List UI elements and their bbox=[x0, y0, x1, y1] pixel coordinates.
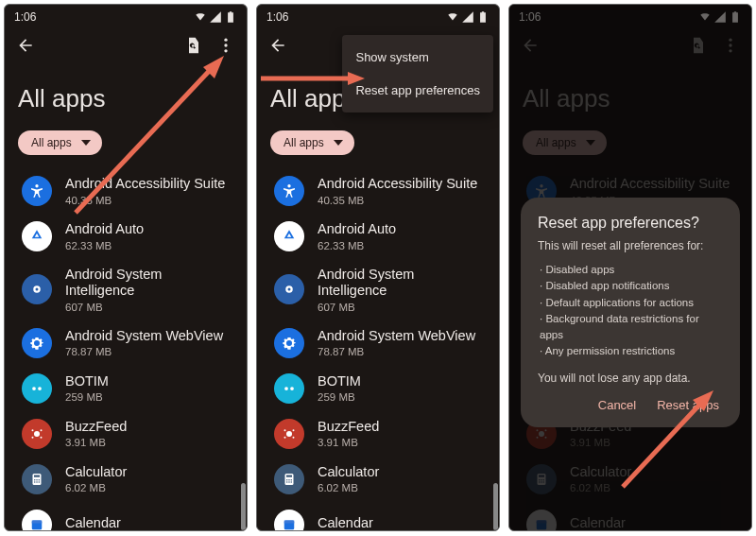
app-row[interactable]: BOTIM259 MB bbox=[9, 366, 247, 411]
svg-point-8 bbox=[34, 431, 40, 437]
app-name: BuzzFeed bbox=[65, 419, 127, 435]
back-arrow-icon bbox=[16, 36, 35, 55]
app-name: Android System Intelligence bbox=[65, 267, 233, 300]
app-name: BuzzFeed bbox=[318, 419, 379, 435]
app-row[interactable]: Calendar bbox=[261, 502, 499, 531]
app-icon bbox=[274, 510, 304, 531]
app-row[interactable]: Calculator6.02 MB bbox=[9, 457, 247, 502]
app-row[interactable]: BOTIM259 MB bbox=[261, 366, 499, 411]
cancel-button[interactable]: Cancel bbox=[598, 398, 636, 412]
svg-rect-14 bbox=[34, 475, 40, 476]
caret-down-icon bbox=[81, 138, 91, 147]
svg-point-9 bbox=[32, 429, 34, 431]
screenshot-1: 1:06 All apps All apps Android Access bbox=[4, 4, 248, 531]
menu-show-system[interactable]: Show system bbox=[342, 41, 493, 74]
app-name: Calendar bbox=[318, 515, 373, 531]
dialog-title: Reset app preferences? bbox=[538, 215, 723, 232]
wifi-icon bbox=[194, 10, 207, 24]
scrollbar-thumb[interactable] bbox=[241, 483, 246, 530]
app-row[interactable]: Android System WebView78.87 MB bbox=[261, 320, 499, 366]
app-icon bbox=[22, 221, 52, 251]
page-title: All apps bbox=[5, 61, 247, 130]
app-size: 3.91 MB bbox=[318, 437, 379, 448]
svg-point-30 bbox=[286, 431, 292, 437]
svg-rect-22 bbox=[32, 520, 43, 523]
clock: 1:06 bbox=[266, 10, 288, 24]
app-size: 62.33 MB bbox=[318, 240, 396, 251]
app-row[interactable]: Android System Intelligence607 MB bbox=[9, 259, 247, 320]
signal-icon bbox=[461, 10, 474, 24]
svg-point-20 bbox=[39, 481, 41, 483]
svg-point-41 bbox=[288, 481, 290, 483]
app-icon bbox=[274, 419, 304, 449]
app-size: 78.87 MB bbox=[65, 346, 223, 357]
dialog-subtitle: This will reset all preferences for: bbox=[538, 239, 723, 252]
app-icon bbox=[274, 274, 304, 304]
app-icon bbox=[22, 176, 52, 206]
svg-point-7 bbox=[38, 387, 42, 390]
svg-rect-44 bbox=[284, 520, 295, 523]
svg-point-33 bbox=[284, 437, 286, 439]
app-size: 607 MB bbox=[65, 302, 233, 313]
app-row[interactable]: Android System Intelligence607 MB bbox=[261, 259, 499, 320]
app-icon bbox=[274, 373, 304, 404]
app-name: Android System Intelligence bbox=[318, 267, 486, 300]
app-icon bbox=[22, 373, 52, 404]
app-size: 607 MB bbox=[318, 302, 486, 313]
app-size: 40.35 MB bbox=[65, 195, 225, 206]
more-vert-icon bbox=[216, 36, 235, 55]
dialog-list-item: Default applications for actions bbox=[540, 295, 723, 311]
svg-point-0 bbox=[224, 39, 227, 42]
app-icon bbox=[274, 221, 304, 251]
signal-icon bbox=[209, 10, 222, 24]
svg-point-3 bbox=[35, 184, 38, 187]
filter-chip[interactable]: All apps bbox=[270, 130, 354, 155]
app-row[interactable]: Calendar bbox=[9, 502, 247, 531]
battery-icon bbox=[476, 10, 490, 24]
app-row[interactable]: BuzzFeed3.91 MB bbox=[9, 411, 247, 457]
app-name: Android System WebView bbox=[65, 328, 223, 344]
app-row[interactable]: Android Auto62.33 MB bbox=[9, 214, 247, 259]
dialog-list-item: Disabled apps bbox=[540, 262, 723, 278]
dialog-list-item: Disabled app notifications bbox=[540, 278, 723, 294]
app-size: 40.35 MB bbox=[318, 195, 477, 206]
app-list: Android Accessibility Suite40.35 MBAndro… bbox=[5, 168, 247, 531]
app-row[interactable]: Calculator6.02 MB bbox=[261, 457, 499, 502]
reset-apps-button[interactable]: Reset apps bbox=[657, 398, 719, 412]
scrollbar-thumb[interactable] bbox=[493, 483, 498, 530]
app-icon bbox=[22, 464, 52, 494]
svg-point-16 bbox=[36, 479, 38, 481]
svg-point-28 bbox=[284, 387, 288, 390]
dialog-list-item: Background data restrictions for apps bbox=[540, 311, 723, 344]
app-name: Calendar bbox=[65, 515, 121, 531]
back-arrow-icon bbox=[268, 36, 287, 55]
app-row[interactable]: Android Accessibility Suite40.35 MB bbox=[261, 168, 499, 214]
svg-point-17 bbox=[39, 479, 41, 481]
svg-point-31 bbox=[284, 429, 286, 431]
app-name: Android System WebView bbox=[318, 328, 475, 344]
overflow-menu: Show system Reset app preferences bbox=[342, 35, 493, 112]
svg-point-19 bbox=[36, 481, 38, 483]
back-button[interactable] bbox=[265, 32, 291, 59]
app-name: BOTIM bbox=[65, 373, 109, 389]
svg-point-2 bbox=[224, 49, 227, 52]
app-row[interactable]: Android Auto62.33 MB bbox=[261, 214, 499, 259]
svg-point-38 bbox=[288, 479, 290, 481]
app-row[interactable]: Android System WebView78.87 MB bbox=[9, 320, 247, 366]
app-row[interactable]: Android Accessibility Suite40.35 MB bbox=[9, 168, 247, 214]
find-in-page-icon bbox=[184, 36, 203, 55]
menu-reset-app-preferences[interactable]: Reset app preferences bbox=[342, 74, 493, 107]
status-bar: 1:06 bbox=[5, 5, 247, 29]
status-bar: 1:06 bbox=[257, 5, 499, 29]
overflow-menu-button[interactable] bbox=[213, 32, 239, 59]
app-list: Android Accessibility Suite40.35 MBAndro… bbox=[257, 168, 499, 531]
svg-point-10 bbox=[41, 429, 43, 431]
back-button[interactable] bbox=[12, 32, 39, 59]
find-in-page-button[interactable] bbox=[180, 32, 207, 59]
filter-chip[interactable]: All apps bbox=[18, 130, 102, 155]
screenshot-3: 1:06 All apps All apps Android Access bbox=[508, 4, 752, 531]
app-size: 78.87 MB bbox=[318, 346, 475, 357]
svg-point-18 bbox=[34, 481, 36, 483]
app-name: Android Auto bbox=[318, 221, 396, 237]
app-row[interactable]: BuzzFeed3.91 MB bbox=[261, 411, 499, 457]
